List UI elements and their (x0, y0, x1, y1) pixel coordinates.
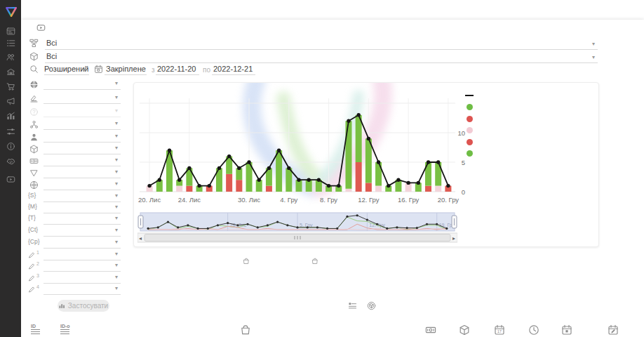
search-mode-select[interactable]: Розширений (44, 65, 88, 73)
cube-circle-icon[interactable] (367, 300, 376, 313)
signature-icon (28, 93, 39, 103)
filter-select[interactable] (43, 157, 121, 166)
legend-dot-swatch (467, 150, 473, 157)
sidebar-item-marketing[interactable] (0, 94, 21, 108)
filter-select-row-17[interactable]: 3▾ (28, 273, 133, 284)
filter-select[interactable] (43, 285, 121, 295)
sidebar-item-analytics[interactable] (0, 109, 21, 123)
sidebar-item-video-lessons[interactable] (0, 172, 21, 186)
filter-select-row-2[interactable]: ▾ (28, 93, 133, 105)
product-select-value[interactable]: Всі (46, 52, 57, 60)
svg-text:0: 0 (462, 188, 465, 196)
filter-select-row-15[interactable]: 1▾ (28, 250, 133, 261)
list-compact-icon[interactable] (348, 300, 357, 313)
svg-text:5: 5 (462, 159, 465, 166)
legend-item-5[interactable] (465, 136, 596, 148)
filter-select[interactable] (43, 227, 121, 237)
sales-cart-icon (6, 82, 15, 91)
scroll-right-button[interactable]: ▸ (452, 235, 455, 242)
filter-select[interactable] (43, 239, 121, 249)
chevron-down-icon: ▾ (115, 262, 118, 268)
filter-select-row-1[interactable]: ▾ (28, 79, 133, 91)
legend-item-4[interactable] (465, 125, 596, 137)
legend-item-2[interactable] (465, 102, 596, 114)
filter-select-row-14[interactable]: {Cp}▾ (28, 238, 133, 249)
filter-select[interactable] (43, 180, 121, 190)
id-lines-icon-id[interactable]: ID (31, 324, 40, 334)
sidebar-item-info[interactable] (0, 139, 21, 153)
legend-dot-swatch (467, 116, 473, 122)
filter-select[interactable] (43, 215, 121, 225)
chevron-down-icon: ▾ (115, 204, 118, 210)
legend-item-1[interactable] (465, 90, 596, 102)
sidebar-item-customers[interactable] (0, 50, 21, 64)
product-select-underline[interactable] (45, 62, 598, 63)
filter-select[interactable] (43, 133, 121, 143)
filter-select-row-12[interactable]: {T}▾ (28, 214, 133, 225)
filter-select[interactable] (43, 107, 121, 117)
period-select[interactable]: Закріплене (106, 65, 146, 73)
package-icon[interactable] (459, 324, 470, 337)
sidebar-item-partners[interactable] (0, 154, 21, 168)
filter-select[interactable] (43, 145, 121, 154)
filter-select[interactable] (43, 204, 121, 213)
filter-select[interactable] (43, 80, 121, 90)
filter-select[interactable] (43, 120, 121, 130)
chevron-down-icon: ▾ (115, 80, 118, 86)
sidebar-item-settings[interactable] (0, 124, 21, 138)
calendar-flag-icon[interactable] (561, 324, 572, 337)
date-to-input[interactable]: 2022-12-21 (213, 65, 253, 73)
chevron-down-icon: ▾ (115, 285, 118, 291)
chevron-down-icon: ▾ (115, 107, 118, 114)
filter-select-row-18[interactable]: 4▾ (28, 284, 133, 296)
chain-select-underline[interactable] (45, 49, 598, 50)
legend-item-6[interactable] (465, 148, 596, 160)
orders-list-icon (6, 39, 15, 48)
filter-select-row-4[interactable]: ▾ (28, 119, 133, 131)
calendar-17-icon-17[interactable]: 17 (494, 324, 505, 337)
filter-select-row-3[interactable]: ▾ (28, 107, 133, 118)
scroll-left-button[interactable]: ◂ (139, 235, 142, 242)
filter-select[interactable] (43, 168, 121, 178)
sidebar-item-sales-cart[interactable] (0, 79, 21, 93)
banknote-icon[interactable] (425, 324, 436, 337)
chevron-down-icon: ▾ (115, 215, 118, 221)
bag-icon[interactable] (240, 324, 251, 337)
to-label: по (203, 66, 210, 74)
id-lines-icon-id-o[interactable]: ID-o (60, 324, 70, 334)
filter-select-row-11[interactable]: {M}▾ (28, 203, 133, 214)
filter-select-row-5[interactable]: ▾ (28, 132, 133, 143)
chart-small-icon (59, 303, 65, 309)
logo-triangle-icon[interactable] (5, 6, 18, 18)
filter-select-row-10[interactable]: {S}▾ (28, 192, 133, 203)
filter-select[interactable] (43, 192, 121, 202)
legend-dot-swatch (467, 127, 473, 133)
filter-select-row-13[interactable]: {Ct}▾ (28, 226, 133, 237)
filter-select[interactable] (43, 94, 121, 104)
sidebar-item-orders-list[interactable] (0, 36, 21, 50)
sidebar-item-company[interactable] (0, 65, 21, 79)
legend-item-3[interactable] (465, 113, 596, 125)
date-from-input[interactable]: 2022-11-20 (157, 65, 196, 73)
filter-select-row-8[interactable]: ▾ (28, 168, 133, 179)
video-tutorial-button[interactable] (34, 22, 47, 33)
chart-navigator[interactable]: 28. Лис5. Гру12. Гру19. Гру◂▸ (137, 211, 457, 245)
filter-select[interactable] (43, 262, 121, 272)
chain-select-value[interactable]: Всі (46, 39, 57, 47)
filter-select[interactable] (43, 274, 121, 284)
chevron-down-icon: ▾ (115, 239, 118, 245)
calendar-edit-icon[interactable] (608, 324, 619, 337)
braces-label-icon: {T} (28, 214, 39, 224)
filter-select-row-16[interactable]: 2▾ (28, 261, 133, 272)
filter-select[interactable] (43, 251, 121, 260)
pencil-icon: 2 (28, 261, 39, 271)
clock-icon[interactable] (528, 324, 539, 337)
chevron-down-icon: ▾ (115, 274, 118, 280)
filter-select-row-6[interactable]: ▾ (28, 144, 133, 155)
question-icon (28, 107, 39, 117)
filter-select-row-9[interactable]: ▾ (28, 180, 133, 191)
company-icon (6, 67, 15, 77)
bag-icon (243, 258, 250, 265)
filter-select-row-7[interactable]: ▾ (28, 156, 133, 167)
apply-button[interactable]: Застосувати (58, 300, 109, 312)
